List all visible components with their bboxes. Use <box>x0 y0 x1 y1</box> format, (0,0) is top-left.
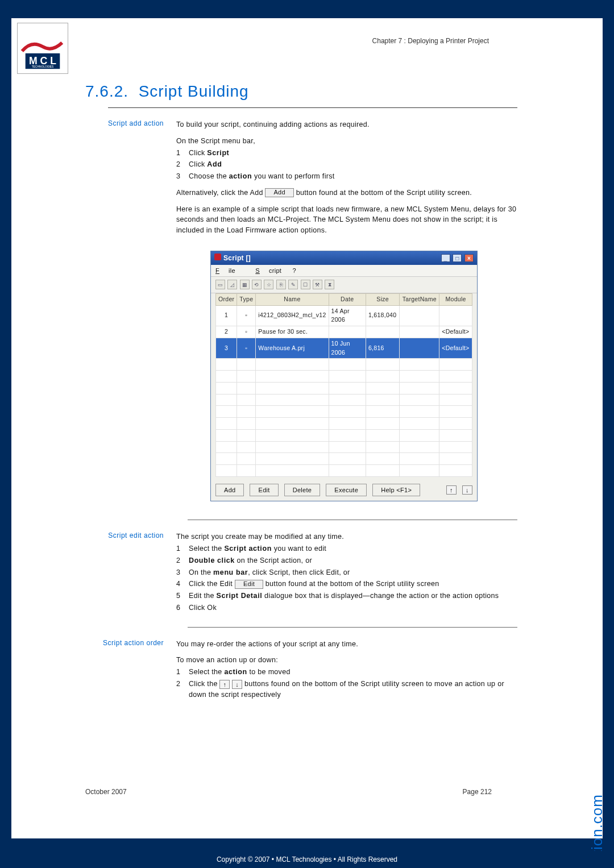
toolbar-icon-6[interactable]: ⎘ <box>276 280 286 289</box>
window-menubar: File Script ? <box>211 265 477 277</box>
table-row <box>216 382 472 394</box>
table-header[interactable]: Date <box>329 293 366 305</box>
script-window: Script [] _ □ × File Script ? ▭ <box>210 251 478 502</box>
list-item: 2Click the ↑ ↓ buttons found on the bott… <box>176 679 517 700</box>
table-header[interactable]: Module <box>439 293 472 305</box>
table-row <box>216 453 472 465</box>
s1-alt: Alternatively, click the Add Add button … <box>176 188 517 198</box>
footer-page: Page 212 <box>463 788 492 796</box>
list-item: 3On the menu bar, click Script, then cli… <box>176 567 517 578</box>
s1-menu-intro: On the Script menu bar, <box>176 136 517 147</box>
list-item: 1Click Script <box>176 148 517 159</box>
toolbar-icon-9[interactable]: ⚒ <box>313 280 322 289</box>
toolbar-icon-8[interactable]: ☐ <box>301 280 310 289</box>
win-delete-button[interactable]: Delete <box>284 484 321 497</box>
mcl-logo: M C L TECHNOLOGIES <box>17 23 68 74</box>
table-row[interactable]: 3▫Warehouse A.prj10 Jun 20066,816<Defaul… <box>216 338 472 359</box>
chapter-label: Chapter 7 : Deploying a Printer Project <box>372 37 489 45</box>
maximize-icon[interactable]: □ <box>453 254 462 262</box>
svg-text:TECHNOLOGIES: TECHNOLOGIES <box>32 65 54 68</box>
table-row <box>216 406 472 418</box>
menu-file[interactable]: File <box>215 267 244 274</box>
table-header[interactable]: TargetName <box>400 293 439 305</box>
menu-help[interactable]: ? <box>293 267 296 274</box>
table-row <box>216 429 472 441</box>
toolbar-icon-3[interactable]: ▦ <box>240 280 250 289</box>
list-item: 2Click Add <box>176 159 517 170</box>
list-item: 1Select the action to be moved <box>176 667 517 678</box>
toolbar-icon-7[interactable]: ✎ <box>288 280 298 289</box>
list-item: 6Click Ok <box>176 603 517 613</box>
close-icon[interactable]: × <box>464 254 474 262</box>
s1-example: Here is an example of a simple script th… <box>176 204 517 236</box>
s1-intro: To build your script, continuing adding … <box>176 119 517 130</box>
toolbar-icon-2[interactable]: ◿ <box>227 280 237 289</box>
table-row[interactable]: 2▫Pause for 30 sec.<Default> <box>216 326 472 338</box>
s2-intro: The script you create may be modified at… <box>176 531 517 542</box>
s3-intro: You may re-order the actions of your scr… <box>176 639 517 650</box>
copyright-bar: Copyright © 2007 • MCL Technologies • Al… <box>0 851 614 868</box>
move-down-button[interactable]: ↓ <box>462 485 472 495</box>
table-row <box>216 371 472 383</box>
page-title: 7.6.2. Script Building <box>85 82 517 101</box>
toolbar-icon-5[interactable]: ☆ <box>264 280 273 289</box>
script-table: OrderTypeNameDateSizeTargetNameModule 1▫… <box>215 293 472 477</box>
table-row <box>216 441 472 453</box>
toolbar-icon-4[interactable]: ⟲ <box>252 280 262 289</box>
win-execute-button[interactable]: Execute <box>326 484 367 497</box>
table-row[interactable]: 1▫i4212_0803H2_mcl_v1214 Apr 20061,618,0… <box>216 305 472 326</box>
table-header[interactable]: Size <box>366 293 400 305</box>
table-row <box>216 359 472 371</box>
up-arrow-icon[interactable]: ↑ <box>219 680 230 689</box>
list-item: 4Click the Edit Edit button found at the… <box>176 579 517 589</box>
win-help-button[interactable]: Help <F1> <box>372 484 420 497</box>
add-button-inline[interactable]: Add <box>265 188 293 197</box>
footer-date: October 2007 <box>85 788 127 796</box>
list-item: 1Select the Script action you want to ed… <box>176 543 517 554</box>
list-item: 3Choose the action you want to perform f… <box>176 171 517 182</box>
window-titlebar: Script [] _ □ × <box>211 251 477 265</box>
table-row <box>216 465 472 477</box>
inline-button[interactable]: Edit <box>235 580 263 589</box>
down-arrow-icon[interactable]: ↓ <box>232 680 242 689</box>
list-item: 2Double click on the Script action, or <box>176 555 517 566</box>
win-add-button[interactable]: Add <box>215 484 244 497</box>
side-label-add: Script add action <box>85 119 176 507</box>
table-header[interactable]: Type <box>237 293 256 305</box>
win-edit-button[interactable]: Edit <box>250 484 278 497</box>
table-header[interactable]: Order <box>216 293 237 305</box>
toolbar-icon-1[interactable]: ▭ <box>215 280 225 289</box>
side-label-edit: Script edit action <box>85 531 176 614</box>
s3-sub: To move an action up or down: <box>176 655 517 666</box>
minimize-icon[interactable]: _ <box>441 254 450 262</box>
table-row <box>216 418 472 430</box>
window-toolbar: ▭ ◿ ▦ ⟲ ☆ ⎘ ✎ ☐ ⚒ ⧗ <box>211 277 477 293</box>
table-header[interactable]: Name <box>256 293 329 305</box>
side-label-order: Script action order <box>85 639 176 701</box>
move-up-button[interactable]: ↑ <box>446 485 457 495</box>
table-row <box>216 394 472 406</box>
toolbar-icon-10[interactable]: ⧗ <box>325 280 334 289</box>
list-item: 5Edit the Script Detail dialogue box tha… <box>176 591 517 601</box>
menu-script[interactable]: Script <box>255 267 281 274</box>
